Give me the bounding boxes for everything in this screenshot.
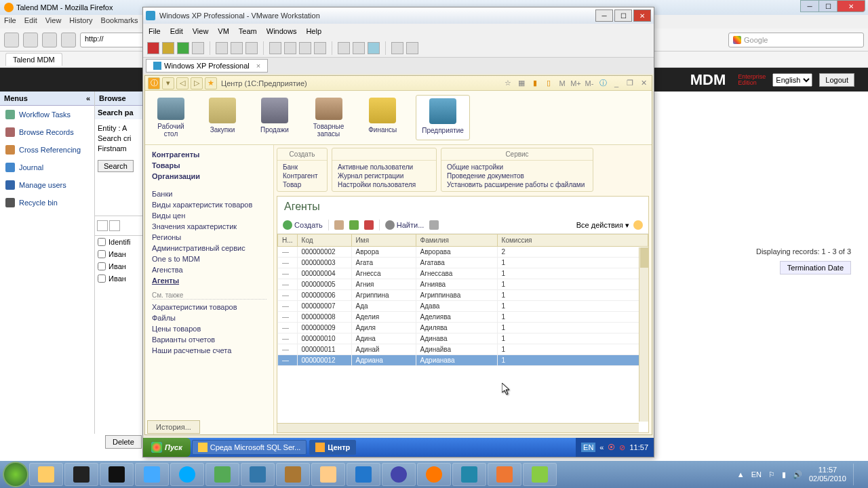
sidebar-item-workflow[interactable]: Workflow Tasks: [0, 106, 94, 123]
m-minus-button[interactable]: М-: [584, 78, 595, 89]
xp-lang[interactable]: EN: [581, 443, 595, 452]
select-all-checkbox[interactable]: [98, 238, 106, 246]
task-vmware[interactable]: [488, 463, 521, 486]
vmware-titlebar[interactable]: Windows XP Professional - VMware Worksta…: [143, 7, 654, 24]
tray-flag-icon[interactable]: ⚐: [768, 470, 775, 479]
task-vbox[interactable]: [452, 463, 486, 486]
grid-row[interactable]: —000000002АврораАврорава2: [278, 247, 648, 258]
vm-menu-windows[interactable]: Windows: [267, 27, 297, 35]
xp-tray-icon3[interactable]: ⊘: [619, 443, 625, 452]
m-button[interactable]: М: [557, 78, 568, 89]
scrollbar-horizontal[interactable]: [277, 423, 639, 432]
col-n[interactable]: Н...: [278, 235, 298, 247]
side-admin[interactable]: Административный сервис: [152, 243, 267, 253]
side-regions[interactable]: Регионы: [152, 232, 267, 243]
star-icon[interactable]: ☆: [502, 78, 513, 89]
section-desktop[interactable]: Рабочийстол: [152, 95, 190, 140]
side-banks[interactable]: Банки: [152, 188, 267, 199]
row-checkbox[interactable]: [98, 250, 106, 258]
c1-forward-icon[interactable]: ▷: [191, 77, 203, 89]
side-contractors[interactable]: Контрагенты: [152, 149, 267, 160]
copy-icon[interactable]: [334, 220, 344, 230]
side-goods[interactable]: Товары: [152, 160, 267, 171]
create-good[interactable]: Товар: [283, 180, 321, 189]
vm-view4-icon[interactable]: [314, 42, 326, 54]
vm-view3-icon[interactable]: [299, 42, 311, 54]
task-app2[interactable]: [276, 463, 310, 486]
nav-first-icon[interactable]: [97, 220, 108, 231]
c1-back-icon[interactable]: ◁: [176, 77, 189, 89]
reload-button[interactable]: [42, 33, 57, 47]
search-box[interactable]: Google: [728, 33, 864, 47]
side-reports[interactable]: Варианты отчетов: [152, 334, 267, 345]
sidebar-item-browse[interactable]: Browse Records: [0, 123, 94, 141]
search-button[interactable]: Search: [98, 160, 134, 172]
xp-tray-icon2[interactable]: ⦿: [608, 443, 615, 451]
grid-row[interactable]: —000000005АгнияАгниява1: [278, 279, 648, 290]
vm-pause-icon[interactable]: [162, 42, 174, 54]
col-commission[interactable]: Комиссия: [497, 235, 648, 247]
vm-menu-team[interactable]: Team: [239, 27, 257, 35]
grid-row[interactable]: —000000009АдиляАдилява1: [278, 323, 648, 333]
list-row[interactable]: Иван: [95, 272, 142, 285]
col-code[interactable]: Код: [297, 235, 351, 247]
vm-menu-help[interactable]: Help: [306, 27, 321, 35]
list-row[interactable]: Иван: [95, 248, 142, 260]
task-app3[interactable]: [523, 463, 557, 486]
grid-row[interactable]: —000000011АдинайАдинайва1: [278, 344, 648, 355]
sidebar-item-cross[interactable]: Cross Referencing: [0, 141, 94, 159]
minimize-button[interactable]: ─: [800, 0, 819, 12]
grid-row[interactable]: —000000003АгатаАгатава1: [278, 258, 648, 268]
vm-menu-vm[interactable]: VM: [218, 27, 229, 35]
clear-find-icon[interactable]: [429, 220, 439, 230]
task-evernote[interactable]: [205, 463, 239, 486]
side-char-values[interactable]: Значения характеристик: [152, 221, 267, 232]
c1-close-icon[interactable]: ✕: [638, 78, 649, 89]
vm-play-icon[interactable]: [177, 42, 189, 54]
vm-tool1-icon[interactable]: [391, 42, 403, 54]
history-button[interactable]: История...: [147, 420, 200, 434]
row-checkbox[interactable]: [98, 262, 106, 270]
vm-reset-icon[interactable]: [192, 42, 204, 54]
scroll-thumb[interactable]: [640, 247, 648, 268]
side-characteristics[interactable]: Характеристики товаров: [152, 302, 267, 312]
task-explorer[interactable]: [29, 463, 63, 486]
nav-prev-icon[interactable]: [109, 220, 120, 231]
svc-extension[interactable]: Установить расширение работы с файлами: [447, 180, 587, 189]
ff-menu-bookmarks[interactable]: Bookmarks: [101, 16, 138, 27]
vm-fullscreen-icon[interactable]: [353, 42, 365, 54]
vm-unity-icon[interactable]: [338, 42, 350, 54]
side-prices[interactable]: Цены товаров: [152, 323, 267, 334]
xp-task-center[interactable]: Центр: [309, 440, 356, 455]
c1-app-icon[interactable]: ⓘ: [148, 77, 160, 89]
section-stock[interactable]: Товарныезапасы: [308, 95, 349, 140]
vm-console-icon[interactable]: [368, 42, 380, 54]
tool-user-settings[interactable]: Настройки пользователя: [338, 180, 431, 189]
section-finance[interactable]: Финансы: [363, 95, 402, 140]
scrollbar-vertical[interactable]: [639, 247, 648, 422]
section-sales[interactable]: Продажи: [255, 95, 294, 140]
win7-start-button[interactable]: [3, 462, 28, 487]
agents-grid[interactable]: Н... Код Имя Фамилия Комиссия —000000002…: [277, 234, 648, 432]
vm-manage-icon[interactable]: [245, 42, 258, 54]
ff-menu-view[interactable]: View: [45, 16, 62, 27]
vm-view2-icon[interactable]: [284, 42, 296, 54]
vm-close-button[interactable]: ✕: [633, 9, 651, 22]
back-button[interactable]: [4, 33, 19, 47]
home-button[interactable]: [61, 33, 76, 47]
col-lastname[interactable]: Фамилия: [416, 235, 497, 247]
firefox-tab[interactable]: Talend MDM: [5, 53, 62, 66]
forward-button[interactable]: [23, 33, 38, 47]
info-icon[interactable]: ⓘ: [597, 78, 608, 89]
task-skype[interactable]: [170, 463, 204, 486]
grid-row[interactable]: —000000012АдрианаАдрианава1: [278, 355, 648, 366]
xp-task-sql[interactable]: Среда Microsoft SQL Ser...: [192, 440, 307, 455]
column-termination[interactable]: Termination Date: [780, 261, 851, 274]
c1-minimize-icon[interactable]: _: [611, 78, 622, 89]
grid-row[interactable]: —000000007АдаАдава1: [278, 301, 648, 312]
ff-menu-file[interactable]: File: [4, 16, 16, 27]
vm-view1-icon[interactable]: [269, 42, 281, 54]
svc-general[interactable]: Общие настройки: [447, 163, 587, 171]
xp-start-button[interactable]: Пуск: [143, 438, 191, 457]
tool-log[interactable]: Журнал регистрации: [338, 171, 431, 180]
